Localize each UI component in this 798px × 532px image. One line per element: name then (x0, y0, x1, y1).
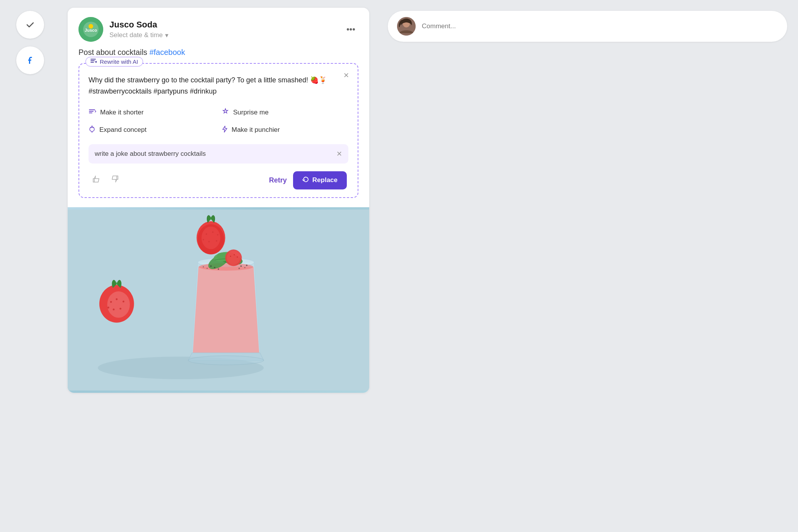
svg-point-33 (237, 256, 238, 257)
thumbs-down-button[interactable] (109, 173, 121, 188)
brand-info: Jusco Soda Select date & time ▾ (109, 20, 343, 39)
main-content: Jusco Jusco Soda Select date & time ▾ ••… (60, 0, 377, 532)
post-image (68, 207, 369, 393)
svg-point-3 (89, 24, 93, 29)
svg-point-37 (218, 268, 219, 270)
replace-button[interactable]: Replace (293, 171, 347, 189)
svg-point-21 (107, 307, 109, 309)
svg-point-22 (113, 309, 115, 310)
check-icon-button[interactable] (16, 11, 44, 39)
action-options: Make it shorter Surprise me (89, 106, 348, 136)
ai-rewrite-inner: ✕ Why did the strawberry go to the cockt… (79, 64, 358, 197)
svg-point-39 (240, 265, 242, 267)
post-body: Post about cocktails #facebook Rewrite w… (68, 48, 369, 207)
svg-point-25 (199, 263, 253, 271)
user-avatar (397, 17, 416, 36)
make-shorter-icon (89, 109, 96, 117)
svg-point-23 (119, 308, 121, 310)
svg-point-20 (123, 300, 124, 302)
close-ai-button[interactable]: ✕ (341, 70, 351, 81)
svg-point-19 (116, 298, 118, 300)
svg-point-42 (239, 268, 240, 269)
make-shorter-option[interactable]: Make it shorter (89, 106, 215, 119)
svg-point-32 (234, 254, 235, 255)
svg-point-36 (206, 268, 208, 269)
make-punchier-option[interactable]: Make it punchier (222, 124, 348, 136)
brand-avatar: Jusco (78, 17, 103, 42)
surprise-me-option[interactable]: Surprise me (222, 106, 348, 119)
brand-name: Jusco Soda (109, 20, 343, 30)
svg-point-40 (244, 267, 246, 268)
expand-concept-option[interactable]: Expand concept (89, 124, 215, 136)
left-sidebar (0, 0, 60, 532)
svg-point-34 (210, 265, 212, 267)
post-header: Jusco Jusco Soda Select date & time ▾ ••… (68, 8, 369, 48)
thumbs-up-button[interactable] (90, 173, 102, 188)
svg-point-18 (110, 301, 112, 303)
post-card: Jusco Jusco Soda Select date & time ▾ ••… (68, 8, 369, 393)
expand-icon (89, 125, 95, 135)
custom-prompt-text: write a joke about strawberry cocktails (95, 150, 206, 158)
svg-point-38 (203, 266, 204, 267)
comment-input[interactable] (422, 22, 778, 30)
svg-point-31 (230, 256, 231, 257)
date-selector[interactable]: Select date & time ▾ (109, 31, 343, 39)
hashtag-link[interactable]: #facebook (149, 48, 185, 56)
svg-point-30 (227, 251, 240, 264)
post-subtitle: Post about cocktails #facebook (78, 48, 358, 57)
punchier-icon (222, 125, 228, 135)
svg-point-43 (188, 356, 264, 365)
right-sidebar (377, 0, 798, 532)
prompt-clear-button[interactable]: ✕ (336, 150, 342, 158)
svg-point-15 (201, 226, 220, 249)
svg-point-17 (107, 291, 130, 317)
retry-button[interactable]: Retry (269, 176, 287, 184)
comment-box (388, 11, 787, 42)
facebook-icon-button[interactable] (16, 46, 44, 74)
chevron-down-icon: ▾ (165, 31, 169, 39)
surprise-icon (222, 108, 229, 118)
ai-rewrite-container: Rewrite with AI ✕ Why did the strawberry… (78, 63, 358, 198)
ai-generated-text: Why did the strawberry go to the cocktai… (89, 75, 348, 97)
feedback-buttons (90, 173, 121, 188)
ai-action-bar: Retry Replace (89, 171, 348, 189)
more-options-button[interactable]: ••• (343, 23, 358, 36)
replace-icon (302, 176, 309, 185)
svg-point-41 (246, 264, 247, 266)
svg-point-35 (214, 267, 215, 268)
custom-prompt-area: write a joke about strawberry cocktails … (89, 144, 348, 164)
right-actions: Retry Replace (269, 171, 347, 189)
svg-point-4 (90, 127, 94, 131)
